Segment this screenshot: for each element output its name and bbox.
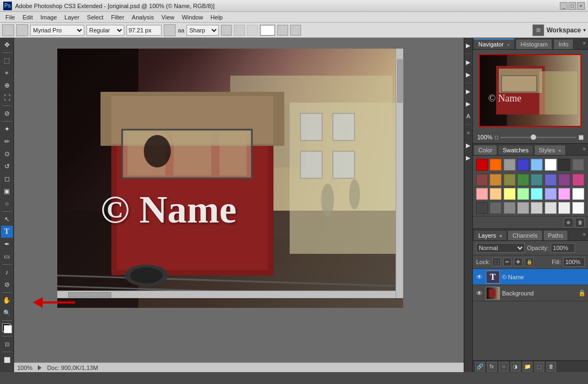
- swatch-light-magenta[interactable]: [558, 188, 570, 200]
- menu-file[interactable]: File: [2, 13, 18, 22]
- swatch-white-2[interactable]: [572, 188, 584, 200]
- link-layers-button[interactable]: 🔗: [475, 362, 485, 372]
- menu-edit[interactable]: Edit: [19, 13, 36, 22]
- panel-icon-2[interactable]: ▶: [464, 57, 472, 68]
- swatch-yellow[interactable]: [504, 188, 516, 200]
- swatch-gray[interactable]: [504, 159, 516, 171]
- lock-image-icon[interactable]: ✏: [503, 258, 512, 266]
- panel-icon-7[interactable]: ≡: [464, 127, 472, 138]
- add-mask-button[interactable]: ○: [499, 362, 509, 372]
- menu-image[interactable]: Image: [37, 13, 61, 22]
- tab-histogram[interactable]: Histogram: [516, 39, 552, 49]
- menu-view[interactable]: View: [158, 13, 178, 22]
- tab-swatches[interactable]: Swatches: [498, 145, 533, 155]
- menu-help[interactable]: Help: [208, 13, 226, 22]
- swatch-light-3[interactable]: [558, 202, 570, 214]
- eyedropper-tool[interactable]: ⊘: [1, 107, 13, 119]
- swatch-light-4[interactable]: [572, 202, 584, 214]
- maximize-button[interactable]: □: [569, 2, 576, 10]
- align-right-button[interactable]: ≡: [247, 25, 258, 36]
- move-tool[interactable]: ✥: [1, 39, 13, 51]
- tab-channels[interactable]: Channels: [507, 230, 542, 240]
- fill-input[interactable]: [563, 257, 585, 267]
- path-select-tool[interactable]: ↖: [1, 213, 13, 225]
- quick-mask-toggle[interactable]: ⊡: [1, 338, 13, 350]
- panel-icon-3[interactable]: ▶: [464, 69, 472, 80]
- align-center-button[interactable]: ≡: [234, 25, 245, 36]
- text-orientation-icon[interactable]: T↕: [16, 24, 28, 36]
- panel-icon-5[interactable]: ▶: [464, 98, 472, 109]
- swatch-purple[interactable]: [545, 174, 557, 186]
- delete-swatch-button[interactable]: 🗑: [575, 218, 585, 227]
- swatch-white[interactable]: [545, 159, 557, 171]
- panel-icon-8[interactable]: ▶: [464, 140, 472, 151]
- lock-pixels-icon[interactable]: ⬚: [492, 258, 501, 266]
- delete-layer-button[interactable]: 🗑: [546, 362, 556, 372]
- opacity-input[interactable]: [551, 243, 575, 253]
- workspace-icon[interactable]: ⊞: [532, 24, 544, 36]
- swatch-light-1[interactable]: [531, 202, 543, 214]
- tab-color[interactable]: Color: [473, 145, 497, 155]
- marquee-tool[interactable]: ⬚: [1, 55, 13, 66]
- swatch-light-green[interactable]: [517, 188, 529, 200]
- background-color[interactable]: [4, 325, 12, 333]
- layers-close-icon[interactable]: ×: [499, 233, 502, 239]
- lock-all-icon[interactable]: 🔒: [525, 258, 533, 266]
- screen-mode-toggle[interactable]: ⬜: [1, 354, 13, 366]
- layer-visibility-background[interactable]: 👁: [475, 289, 484, 298]
- swatch-dark-gray[interactable]: [558, 159, 570, 171]
- warp-text-button[interactable]: ⊤: [277, 25, 288, 36]
- swatch-brown[interactable]: [490, 174, 502, 186]
- swatch-teal[interactable]: [531, 174, 543, 186]
- layer-name[interactable]: 👁 T © Name: [473, 269, 588, 285]
- panel-options-icon[interactable]: ≡: [580, 37, 588, 49]
- swatch-orange[interactable]: [490, 159, 502, 171]
- quick-select-tool[interactable]: ⊕: [1, 79, 13, 91]
- panel-icon-9[interactable]: ▶: [464, 152, 472, 163]
- tab-layers[interactable]: Layers ×: [473, 230, 507, 240]
- tab-info[interactable]: Info: [553, 39, 573, 49]
- swatch-dark-4[interactable]: [517, 202, 529, 214]
- lasso-tool[interactable]: ⌖: [1, 67, 13, 79]
- close-button[interactable]: ×: [577, 2, 585, 10]
- canvas-image[interactable]: © Name: [57, 49, 403, 308]
- create-group-button[interactable]: 📁: [523, 362, 532, 372]
- menu-analysis[interactable]: Analysis: [129, 13, 157, 22]
- zoom-slider-thumb[interactable]: [531, 134, 536, 140]
- lock-position-icon[interactable]: ✥: [514, 258, 523, 266]
- pen-tool[interactable]: ✒: [1, 238, 13, 250]
- swatch-mid-gray[interactable]: [572, 159, 584, 171]
- foreground-background-colors[interactable]: [1, 322, 13, 334]
- anti-alias-select[interactable]: Sharp: [186, 25, 219, 36]
- dodge-tool[interactable]: ○: [1, 198, 13, 210]
- tab-styles[interactable]: Styles ×: [534, 145, 566, 155]
- eyedropper2-tool[interactable]: ⊘: [1, 279, 13, 291]
- navigator-zoom-slider[interactable]: [500, 137, 576, 138]
- text-tool[interactable]: T: [1, 226, 13, 238]
- swatch-dark-1[interactable]: [476, 202, 488, 214]
- swatch-blue[interactable]: [517, 159, 529, 171]
- swatch-dark-red[interactable]: [476, 174, 488, 186]
- history-brush-tool[interactable]: ↺: [1, 160, 13, 172]
- swatch-red[interactable]: [476, 159, 488, 171]
- menu-window[interactable]: Window: [178, 13, 206, 22]
- font-size-input[interactable]: [126, 25, 162, 36]
- font-family-select[interactable]: Myriad Pro: [30, 25, 84, 36]
- menu-filter[interactable]: Filter: [108, 13, 127, 22]
- text-color-box[interactable]: [260, 25, 275, 36]
- minimize-button[interactable]: _: [560, 2, 567, 10]
- swatch-olive[interactable]: [504, 174, 516, 186]
- character-panel-button[interactable]: ≣: [290, 25, 301, 36]
- create-new-swatch-button[interactable]: ⊕: [564, 218, 573, 227]
- hand-tool[interactable]: ✋: [1, 294, 13, 306]
- zoom-tool[interactable]: 🔍: [1, 307, 13, 319]
- styles-close-icon[interactable]: ×: [558, 148, 561, 153]
- horizontal-scrollbar[interactable]: [57, 291, 396, 298]
- shape-tool[interactable]: ▭: [1, 251, 13, 262]
- layer-background[interactable]: 👁: [473, 285, 588, 301]
- blend-mode-select[interactable]: Normal: [476, 243, 525, 253]
- notes-tool[interactable]: ♪: [1, 266, 13, 278]
- create-adjustment-button[interactable]: ◑: [511, 362, 520, 372]
- layers-panel-options-icon[interactable]: ≡: [580, 228, 588, 240]
- healing-brush-tool[interactable]: ✦: [1, 123, 13, 135]
